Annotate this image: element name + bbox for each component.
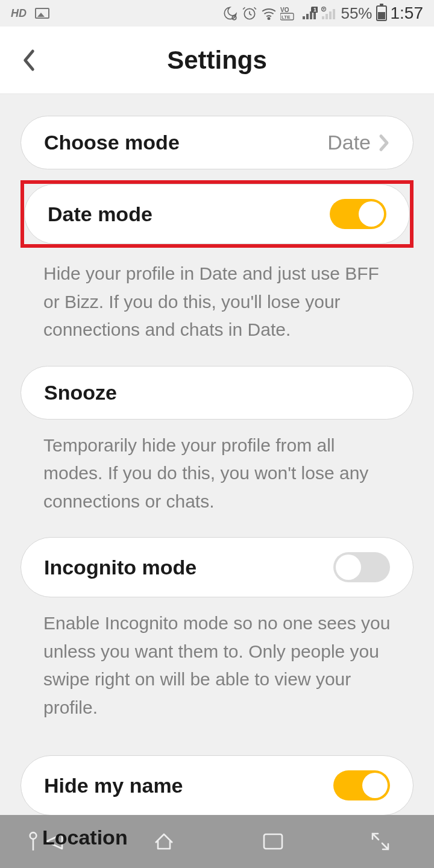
incognito-desc: Enable Incognito mode so no one sees you…	[20, 597, 414, 722]
nav-back-icon[interactable]	[43, 831, 67, 852]
date-mode-desc: Hide your profile in Date and just use B…	[20, 248, 414, 344]
nav-expand-icon[interactable]	[370, 831, 391, 852]
hide-name-toggle[interactable]	[333, 770, 390, 800]
status-bar: HD VOLTE 1 55% 1:57	[0, 0, 434, 27]
date-mode-highlight: Date mode	[20, 180, 414, 248]
page-title: Settings	[167, 46, 267, 75]
hd-indicator: HD	[11, 7, 27, 20]
incognito-label: Incognito mode	[44, 556, 197, 579]
wifi-icon	[261, 7, 277, 20]
chevron-right-icon	[378, 134, 390, 152]
svg-rect-14	[329, 11, 332, 19]
snooze-row[interactable]: Snooze	[20, 366, 414, 420]
svg-point-2	[268, 17, 270, 19]
hide-name-row[interactable]: Hide my name	[20, 755, 414, 815]
date-mode-row[interactable]: Date mode	[24, 184, 410, 244]
battery-percent: 55%	[341, 4, 372, 23]
incognito-row[interactable]: Incognito mode	[20, 537, 414, 597]
app-header: Settings	[0, 27, 434, 94]
svg-text:1: 1	[313, 7, 316, 13]
dnd-moon-icon	[222, 5, 238, 21]
svg-point-17	[30, 832, 37, 839]
alarm-icon	[242, 5, 257, 21]
hide-name-label: Hide my name	[44, 774, 183, 797]
svg-rect-7	[306, 14, 309, 19]
nav-home-icon[interactable]	[152, 831, 176, 852]
nav-recents-icon[interactable]	[262, 832, 285, 851]
key-icon	[27, 831, 40, 852]
incognito-toggle[interactable]	[333, 552, 390, 582]
svg-rect-13	[326, 14, 328, 19]
snooze-desc: Temporarily hide your profile from all m…	[20, 420, 414, 516]
settings-content: Choose mode Date Date mode Hide your pro…	[0, 94, 434, 815]
choose-mode-label: Choose mode	[44, 131, 180, 154]
svg-rect-8	[310, 11, 312, 19]
choose-mode-value: Date	[327, 131, 371, 154]
android-nav-bar: Location	[0, 815, 434, 868]
signal-1-icon: 1	[302, 7, 318, 20]
volte-icon: VOLTE	[280, 6, 298, 20]
signal-2-icon	[321, 7, 337, 20]
clock-time: 1:57	[391, 4, 424, 23]
back-button[interactable]	[20, 48, 37, 72]
gallery-icon	[35, 8, 49, 19]
svg-text:VO: VO	[280, 7, 289, 13]
snooze-label: Snooze	[44, 381, 117, 404]
svg-rect-18	[264, 834, 282, 849]
svg-rect-12	[322, 16, 324, 19]
battery-icon	[376, 5, 387, 21]
choose-mode-row[interactable]: Choose mode Date	[20, 116, 414, 169]
svg-rect-6	[303, 16, 305, 19]
date-mode-toggle[interactable]	[330, 199, 386, 229]
svg-text:LTE: LTE	[281, 14, 291, 20]
date-mode-label: Date mode	[48, 203, 153, 226]
svg-rect-15	[333, 9, 335, 19]
